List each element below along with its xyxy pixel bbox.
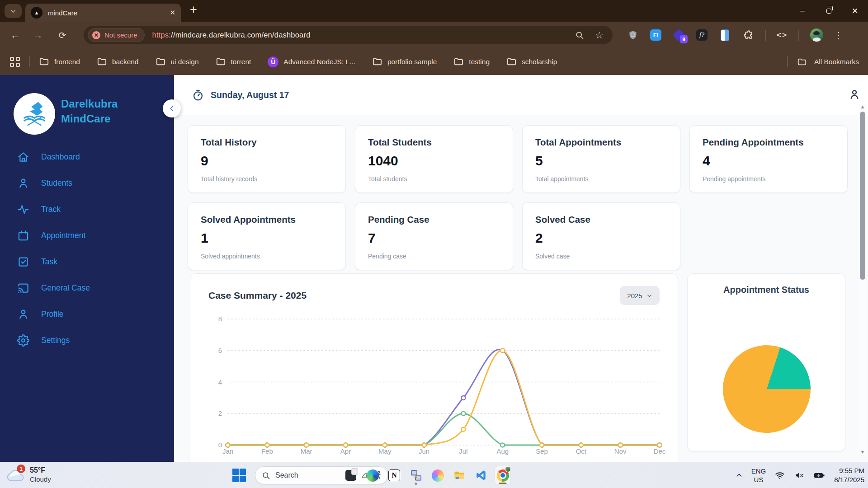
f-question-extension-icon[interactable]: f? (696, 29, 708, 41)
search-icon[interactable] (575, 31, 584, 40)
stat-card-title: Solved Appointments (201, 214, 333, 225)
sidebar-item-profile[interactable]: Profile (0, 301, 174, 327)
maximize-button[interactable] (816, 0, 842, 22)
user-profile-icon[interactable] (848, 88, 861, 101)
home-icon (17, 151, 29, 163)
url-rest: ://mindcare.darelkubra.com/en/dashboard (169, 31, 310, 39)
battery-charging-icon[interactable] (813, 470, 826, 480)
scroll-down-icon[interactable]: ▼ (860, 449, 865, 455)
folder-icon (156, 56, 166, 67)
svg-text:2: 2 (218, 409, 222, 417)
purple-9-extension-icon[interactable]: 9 (673, 29, 685, 41)
sidebar-item-label: Track (41, 205, 61, 214)
bookmark-item[interactable]: ui design (156, 56, 199, 67)
green-series (228, 413, 660, 445)
svg-text:Apr: Apr (340, 447, 351, 455)
main-area: Sunday, August 17 Total History9Total hi… (174, 75, 868, 462)
taskbar-vscode-icon[interactable] (473, 466, 489, 485)
address-bar[interactable]: ✕ Not secure https://mindcare.darelkubra… (84, 26, 613, 44)
bookmark-item[interactable]: frontend (39, 56, 80, 67)
volume-muted-icon[interactable] (794, 470, 805, 480)
tab-close-icon[interactable]: ✕ (170, 9, 175, 17)
sidebar-collapse-button[interactable] (163, 99, 181, 117)
folder-icon (797, 57, 807, 67)
reload-button[interactable]: ⟳ (54, 28, 71, 42)
screen: ▲ mindCare ✕ + – ✕ ← → ⟳ ✕ Not secure ht… (0, 0, 868, 488)
stat-cards-row1: Total History9Total history recordsTotal… (188, 125, 848, 193)
brand-logo (14, 93, 55, 135)
swan-book-logo-icon (19, 99, 49, 129)
toolbar-divider (798, 30, 799, 41)
page-scrollbar[interactable]: ▲ ▼ (859, 104, 867, 455)
clock[interactable]: 9:55 PM 8/17/2025 (834, 466, 864, 484)
taskbar-notion-icon[interactable]: N (386, 466, 402, 485)
svg-text:Mar: Mar (301, 447, 312, 455)
fi-extension-icon[interactable]: FI (650, 29, 662, 41)
sidebar-item-settings[interactable]: Settings (0, 327, 174, 353)
bookmark-item[interactable]: scholarship (506, 56, 557, 67)
minimize-button[interactable]: – (789, 0, 816, 22)
sidebar-item-task[interactable]: Task (0, 249, 174, 275)
stat-card-subtitle: Total students (368, 175, 500, 183)
bookmark-label: backend (112, 58, 139, 66)
new-tab-button[interactable]: + (190, 3, 197, 17)
sidebar-item-general-case[interactable]: General Case (0, 275, 174, 301)
weather-widget[interactable]: 1 55°F Cloudy (5, 465, 51, 483)
taskbar-chrome-icon[interactable] (495, 466, 511, 485)
sidebar: Darelkubra MindCare DashboardStudentsTra… (0, 75, 174, 462)
bookmark-item[interactable]: torrent (216, 56, 251, 67)
folder-icon (506, 56, 517, 67)
scrollbar-thumb[interactable] (860, 112, 865, 280)
bookmarks-bar: frontendbackendui designtorrentÜAdvanced… (0, 48, 868, 75)
close-button[interactable]: ✕ (842, 0, 868, 22)
sidebar-item-track[interactable]: Track (0, 196, 174, 222)
bookmark-item[interactable]: testing (453, 56, 490, 67)
browser-tab[interactable]: ▲ mindCare ✕ (25, 4, 181, 22)
scroll-up-icon[interactable]: ▲ (860, 104, 865, 109)
bookmark-star-icon[interactable]: ☆ (595, 30, 604, 41)
devtools-code-icon[interactable]: <> (777, 31, 788, 40)
all-bookmarks-label: All Bookmarks (814, 58, 859, 66)
profile-avatar[interactable] (810, 28, 823, 42)
clipboard-extension-icon[interactable] (719, 29, 731, 41)
bookmark-item[interactable]: ÜAdvanced NodeJS: L... (268, 56, 355, 67)
taskbar-copilot-icon[interactable] (429, 466, 446, 485)
sidebar-item-label: Settings (41, 336, 70, 345)
tab-title: mindCare (48, 9, 170, 17)
svg-text:Jan: Jan (222, 447, 233, 455)
hidden-icons-chevron-icon[interactable] (736, 472, 743, 479)
back-button[interactable]: ← (7, 28, 24, 42)
sidebar-item-label: Dashboard (41, 152, 80, 162)
taskbar-widgets-icon[interactable] (343, 466, 359, 485)
language-indicator[interactable]: ENG US (751, 467, 766, 484)
wifi-icon[interactable] (774, 470, 785, 480)
security-chip[interactable]: ✕ Not secure (88, 28, 145, 42)
url-text[interactable]: https://mindcare.darelkubra.com/en/dashb… (152, 31, 311, 39)
taskbar-file-explorer-icon[interactable] (451, 466, 467, 485)
tab-search-button[interactable] (5, 4, 22, 18)
stat-card-title: Total Appointments (535, 137, 667, 148)
extensions-puzzle-icon[interactable] (742, 29, 754, 41)
bookmark-item[interactable]: portfolio sample (372, 56, 437, 67)
system-tray: ENG US 9:55 PM 8/17/2025 (736, 462, 864, 488)
sidebar-item-appointment[interactable]: Appointment (0, 222, 174, 249)
all-bookmarks[interactable]: All Bookmarks (785, 56, 859, 67)
top-strip: Sunday, August 17 (174, 75, 868, 115)
sidebar-item-label: Task (41, 257, 57, 267)
shield-extension-icon[interactable] (627, 29, 639, 41)
indigo-series (228, 349, 660, 445)
shield-icon (627, 29, 638, 41)
stat-card: Total History9Total history records (188, 125, 346, 193)
start-button-icon[interactable] (232, 469, 246, 482)
browser-menu-icon[interactable]: ⋮ (834, 30, 843, 41)
taskbar-remote-desktop-icon[interactable] (408, 466, 424, 485)
sidebar-item-students[interactable]: Students (0, 170, 174, 196)
taskbar-edge-icon[interactable] (364, 466, 381, 485)
sidebar-item-dashboard[interactable]: Dashboard (0, 144, 174, 170)
bookmark-item[interactable]: backend (97, 56, 139, 67)
forward-button[interactable]: → (30, 28, 46, 42)
apps-grid-icon[interactable] (10, 57, 20, 67)
svg-text:May: May (378, 447, 392, 455)
gear-icon (17, 334, 29, 347)
stat-card-subtitle: Solved appointments (201, 253, 333, 260)
